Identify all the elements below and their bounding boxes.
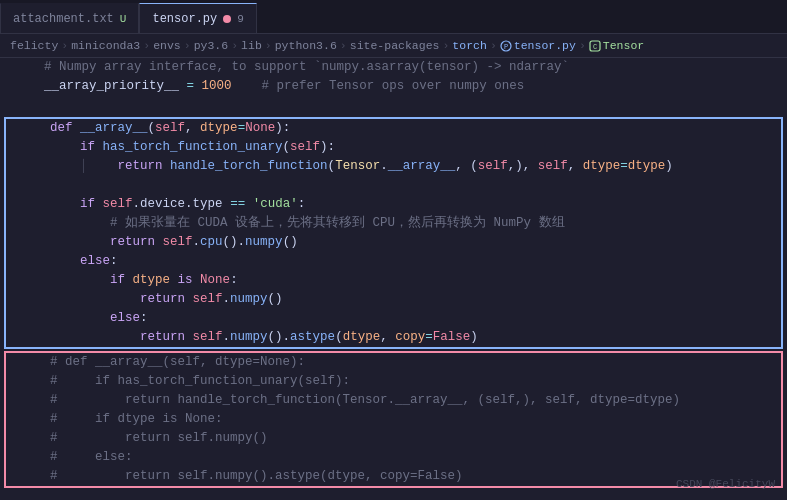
code-line-blank2 (6, 176, 781, 195)
tab-bar: attachment.txt U tensor.py 9 (0, 0, 787, 34)
code-line-else2: else: (6, 309, 781, 328)
code-line-c5: # return self.numpy() (6, 429, 781, 448)
code-line-c7: # return self.numpy().astype(dtype, copy… (6, 467, 781, 486)
blue-section: def __array__(self, dtype=None): if has_… (4, 117, 783, 349)
code-line-if-cuda: if self.device.type == 'cuda': (6, 195, 781, 214)
tab-tensor-number: 9 (237, 13, 244, 25)
code-line-c6: # else: (6, 448, 781, 467)
code-line-c4: # if dtype is None: (6, 410, 781, 429)
code-line-def: def __array__(self, dtype=None): (6, 119, 781, 138)
code-line-return1: │ return handle_torch_function(Tensor.__… (6, 157, 781, 176)
code-line-if1: if has_torch_function_unary(self): (6, 138, 781, 157)
code-line-c3: # return handle_torch_function(Tensor.__… (6, 391, 781, 410)
red-section: # def __array__(self, dtype=None): # if … (4, 351, 783, 488)
code-line-return-numpy: return self.numpy() (6, 290, 781, 309)
code-line-comment-cn: # 如果张量在 CUDA 设备上，先将其转移到 CPU，然后再转换为 NumPy… (6, 214, 781, 233)
tab-tensor-label: tensor.py (152, 12, 217, 26)
code-line-c2: # if has_torch_function_unary(self): (6, 372, 781, 391)
svg-text:P: P (504, 43, 508, 51)
code-area: # Numpy array interface, to support `num… (0, 58, 787, 500)
code-line-return-astype: return self.numpy().astype(dtype, copy=F… (6, 328, 781, 347)
code-line-blank1 (0, 96, 787, 115)
svg-text:C: C (593, 43, 597, 51)
code-line-2: __array_priority__ = 1000 # prefer Tenso… (0, 77, 787, 96)
tab-attachment[interactable]: attachment.txt U (0, 3, 139, 33)
code-line-if-dtype: if dtype is None: (6, 271, 781, 290)
breadcrumb: felicty › miniconda3 › envs › py3.6 › li… (0, 34, 787, 58)
tab-attachment-label: attachment.txt (13, 12, 114, 26)
tab-tensor[interactable]: tensor.py 9 (139, 3, 256, 33)
code-line-1: # Numpy array interface, to support `num… (0, 58, 787, 77)
watermark: CSDN @FelicityW (676, 478, 775, 490)
tab-tensor-modified-dot (223, 15, 231, 23)
code-line-else1: else: (6, 252, 781, 271)
code-line-c1: # def __array__(self, dtype=None): (6, 353, 781, 372)
code-line-return-cpu: return self.cpu().numpy() (6, 233, 781, 252)
tab-attachment-indicator: U (120, 13, 127, 25)
